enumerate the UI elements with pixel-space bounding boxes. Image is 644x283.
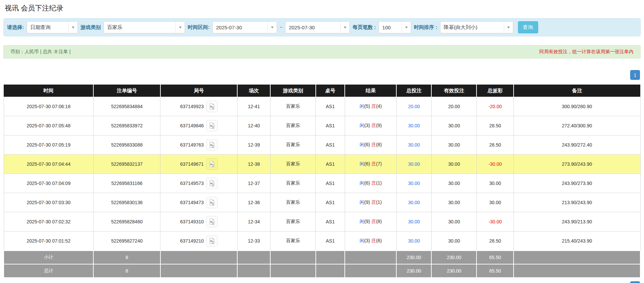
summary-payout-cell: 65.50 [477,251,514,264]
summary-valid-bet-cell: 230.00 [431,251,477,264]
video-replay-button[interactable] [206,197,218,208]
total-bet-cell[interactable]: 30.00 [396,116,431,135]
time-cell: 2025-07-30 07:01:52 [4,231,93,251]
payout-cell: 28.50 [477,116,514,135]
column-header: 桌号 [316,85,345,97]
chevron-down-icon[interactable] [402,22,411,33]
valid-bet-notice-text: 同局有效投注，统一计算在该局第一张注单内 [539,49,634,55]
summary-empty-cell [514,264,640,278]
round-cell: 637149573 [160,174,238,193]
remark-cell: 243.90/273.90 [514,174,640,193]
chevron-down-icon[interactable] [176,22,185,33]
file-video-icon [209,218,215,225]
column-header: 时间 [4,85,93,97]
valid-bet-cell: 30.00 [431,116,477,135]
column-header: 总投注 [396,85,431,97]
chevron-down-icon[interactable] [504,22,513,33]
table-no-cell: AS1 [316,193,345,212]
pagination-bottom: 1 [3,281,640,283]
total-bet-cell[interactable]: 20.00 [396,97,431,116]
total-bet-cell[interactable]: 30.00 [396,174,431,193]
total-bet-cell[interactable]: 30.00 [396,212,431,231]
time-cell: 2025-07-30 07:04:09 [4,174,93,193]
result-cell: 闲(3) 庄(9) [345,116,396,135]
total-bet-cell[interactable]: 30.00 [396,231,431,251]
chevron-down-icon[interactable] [68,22,78,33]
table-no-cell: AS1 [316,116,345,135]
valid-bet-cell: 30.00 [431,212,477,231]
total-bet-cell[interactable]: 30.00 [396,193,431,212]
file-video-icon [209,180,215,187]
filter-panel: 请选择: 日期查询 游戏类别 百家乐 时间区间: 2025-07-30 ~ 20… [3,18,641,36]
video-replay-button[interactable] [206,101,218,112]
session-cell: 12-37 [237,174,270,193]
video-replay-button[interactable] [206,120,218,131]
column-header: 场次 [237,85,270,97]
round-cell: 637149473 [160,193,238,212]
round-cell: 637149671 [160,155,238,174]
result-cell: 闲(6) 庄(8) [345,135,396,155]
date-to-select[interactable]: 2025-07-30 [285,21,350,33]
remark-cell: 300.90/280.90 [514,97,640,116]
file-video-icon [209,142,215,148]
game-type-cell: 百家乐 [270,212,315,231]
chevron-down-icon[interactable] [340,22,349,33]
summary-empty-cell [345,251,396,264]
game-type-select[interactable]: 百家乐 [103,21,185,33]
search-button[interactable]: 查询 [518,21,538,33]
page-1-button[interactable]: 1 [630,70,640,80]
page-size-select[interactable]: 100 [378,21,411,33]
round-id: 637149763 [180,142,204,148]
file-video-icon [209,161,215,167]
video-replay-button[interactable] [206,235,218,247]
query-type-select[interactable]: 日期查询 [27,21,78,33]
session-cell: 12-39 [237,135,270,155]
time-cell: 2025-07-30 07:04:44 [4,155,93,174]
session-cell: 12-38 [237,155,270,174]
page-1-button[interactable]: 1 [630,281,640,283]
header-row: 时间注单编号局号场次游戏类别桌号结果总投注有效投注总派彩备注 [4,85,640,97]
summary-empty-cell [237,251,270,264]
video-replay-button[interactable] [206,178,218,189]
chevron-down-icon[interactable] [268,22,277,33]
table-row: 2025-07-30 07:04:09522695831166637149573… [4,174,640,193]
round-cell: 637149923 [160,97,238,116]
payout-cell: -20.00 [477,97,514,116]
video-replay-button[interactable] [206,216,218,227]
summary-empty-cell [160,264,238,278]
time-range-label: 时间区间: [188,24,210,31]
table-no-cell: AS1 [316,155,345,174]
file-video-icon [209,122,215,129]
summary-row: 小计8230.00230.0065.50 [4,251,640,264]
table-row: 2025-07-30 07:01:52522695827240637149210… [4,231,640,251]
query-type-label: 请选择: [7,24,24,31]
column-header: 有效投注 [431,85,477,97]
round-cell: 637149763 [160,135,238,155]
total-bet-cell[interactable]: 30.00 [396,155,431,174]
video-replay-button[interactable] [206,158,218,170]
table-body: 2025-07-30 07:06:18522695834884637149923… [4,97,640,251]
sort-order-select[interactable]: 降幂(由大到小) [440,21,513,33]
table-no-cell: AS1 [316,231,345,251]
page-root: 视讯 会员下注纪录 请选择: 日期查询 游戏类别 百家乐 时间区间: 2025-… [0,3,644,283]
summary-count-cell: 8 [93,251,160,264]
total-bet-cell[interactable]: 30.00 [396,135,431,155]
summary-empty-cell [270,251,315,264]
bet-id-cell: 522695831166 [93,174,160,193]
bet-id-cell: 522695830136 [93,193,160,212]
column-header: 总派彩 [477,85,514,97]
remark-cell: 243.90/213.90 [514,212,640,231]
bet-id-cell: 522695828460 [93,212,160,231]
video-replay-button[interactable] [206,139,218,151]
sort-order-value: 降幂(由大到小) [440,22,504,33]
table-no-cell: AS1 [316,135,345,155]
valid-bet-cell: 30.00 [431,193,477,212]
game-type-value: 百家乐 [104,22,176,33]
summary-empty-cell [270,264,315,278]
table-row: 2025-07-30 07:05:19522695833088637149763… [4,135,640,155]
valid-bet-cell: 30.00 [431,174,477,193]
time-cell: 2025-07-30 07:03:30 [4,193,93,212]
date-from-select[interactable]: 2025-07-30 [212,21,277,33]
time-cell: 2025-07-30 07:05:19 [4,135,93,155]
valid-bet-cell: 20.00 [431,97,477,116]
